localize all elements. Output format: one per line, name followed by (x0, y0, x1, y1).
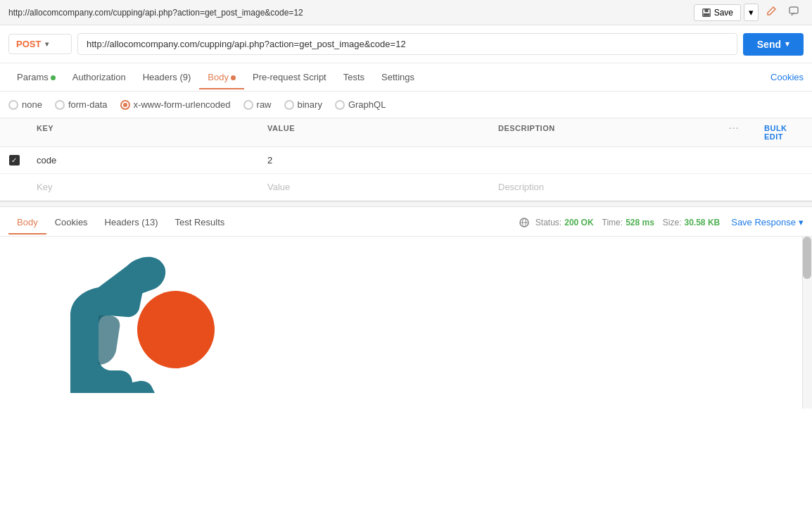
x-www-radio[interactable] (120, 100, 130, 110)
save-response-button[interactable]: Save Response ▾ (731, 217, 804, 227)
method-select[interactable]: POST ▾ (8, 34, 72, 54)
svg-point-7 (137, 291, 215, 368)
response-tab-headers[interactable]: Headers (13) (96, 210, 167, 235)
status-value: 200 OK (564, 218, 593, 227)
comment-button[interactable] (784, 3, 804, 22)
response-status-bar: Status: 200 OK Time: 528 ms Size: 30.58 … (519, 217, 804, 228)
placeholder-key[interactable]: Key (28, 174, 259, 200)
placeholder-description[interactable]: Description (490, 174, 721, 200)
tab-body[interactable]: Body (199, 65, 244, 89)
tab-settings[interactable]: Settings (373, 65, 423, 89)
send-button[interactable]: Send ▾ (743, 33, 804, 56)
response-tab-test-results[interactable]: Test Results (166, 210, 233, 235)
placeholder-value[interactable]: Value (259, 174, 490, 200)
placeholder-bulk (756, 174, 812, 200)
th-checkbox (0, 118, 28, 146)
size-label: Size: (663, 218, 682, 227)
top-bar-actions: Save ▾ (694, 3, 804, 22)
placeholder-dots (721, 174, 756, 200)
save-dropdown-button[interactable]: ▾ (744, 4, 759, 21)
response-image (0, 237, 812, 408)
save-icon (702, 8, 711, 18)
response-tabs: Body Cookies Headers (13) Test Results S… (0, 208, 812, 237)
row-key[interactable]: code (28, 147, 259, 173)
option-raw[interactable]: raw (243, 99, 272, 110)
option-graphql[interactable]: GraphQL (335, 99, 386, 110)
body-dot (231, 75, 236, 80)
graphql-radio[interactable] (335, 100, 345, 110)
none-radio[interactable] (8, 100, 18, 110)
tab-pre-request[interactable]: Pre-request Script (244, 65, 335, 89)
option-none[interactable]: none (8, 99, 42, 110)
table-header: KEY VALUE DESCRIPTION ··· Bulk Edit (0, 118, 812, 147)
edit-icon (766, 6, 777, 17)
time-label: Time: (602, 218, 623, 227)
time-value: 528 ms (626, 218, 654, 227)
th-key: KEY (28, 118, 259, 146)
option-binary[interactable]: binary (284, 99, 322, 110)
row-description[interactable] (490, 147, 721, 173)
th-value: VALUE (259, 118, 490, 146)
binary-radio[interactable] (284, 100, 294, 110)
svg-rect-1 (704, 8, 708, 11)
section-divider (0, 201, 812, 207)
body-options: none form-data x-www-form-urlencoded raw… (0, 92, 812, 118)
row-bulk-col (756, 147, 812, 173)
size-value: 30.58 KB (685, 218, 721, 227)
params-dot (51, 75, 56, 80)
th-bulk-edit[interactable]: Bulk Edit (756, 118, 812, 146)
row-value[interactable]: 2 (259, 147, 490, 173)
edit-button[interactable] (761, 3, 781, 22)
tab-params[interactable]: Params (8, 65, 64, 89)
top-bar: http://allocomcompany.com/cupping/api.ph… (0, 0, 812, 25)
svg-rect-3 (789, 7, 798, 13)
svg-rect-2 (703, 13, 709, 15)
tab-tests[interactable]: Tests (335, 65, 373, 89)
form-data-radio[interactable] (55, 100, 65, 110)
response-tab-body[interactable]: Body (8, 210, 46, 235)
url-bar: POST ▾ Send ▾ (0, 25, 812, 63)
response-tab-cookies[interactable]: Cookies (46, 210, 96, 235)
option-x-www-form-urlencoded[interactable]: x-www-form-urlencoded (120, 99, 231, 110)
response-body (0, 237, 812, 408)
status-label: Status: (535, 218, 562, 227)
table-row: ✓ code 2 (0, 147, 812, 174)
th-description: DESCRIPTION (490, 118, 721, 146)
row-dots[interactable] (721, 147, 756, 173)
table-placeholder-row: Key Value Description (0, 174, 812, 201)
url-input[interactable] (77, 33, 737, 55)
globe-icon (519, 217, 530, 228)
save-button[interactable]: Save (694, 4, 741, 21)
scrollbar-thumb[interactable] (803, 237, 811, 279)
row-checkbox[interactable]: ✓ (0, 147, 28, 173)
scrollbar-track[interactable] (802, 237, 812, 408)
tab-headers[interactable]: Headers (9) (134, 65, 200, 89)
tab-authorization[interactable]: Authorization (64, 65, 134, 89)
raw-radio[interactable] (243, 100, 253, 110)
body-table: KEY VALUE DESCRIPTION ··· Bulk Edit ✓ co… (0, 118, 812, 201)
request-tabs: Params Authorization Headers (9) Body Pr… (0, 63, 812, 92)
th-dots: ··· (721, 118, 756, 146)
placeholder-checkbox (0, 174, 28, 200)
option-form-data[interactable]: form-data (55, 99, 108, 110)
checkbox-checked-icon: ✓ (9, 155, 20, 166)
send-arrow-icon: ▾ (785, 39, 789, 49)
method-arrow-icon: ▾ (45, 40, 49, 48)
response-logo-svg (28, 245, 225, 400)
cookies-link[interactable]: Cookies (770, 72, 804, 82)
comment-icon (788, 6, 799, 17)
top-bar-url: http://allocomcompany.com/cupping/api.ph… (8, 8, 303, 18)
